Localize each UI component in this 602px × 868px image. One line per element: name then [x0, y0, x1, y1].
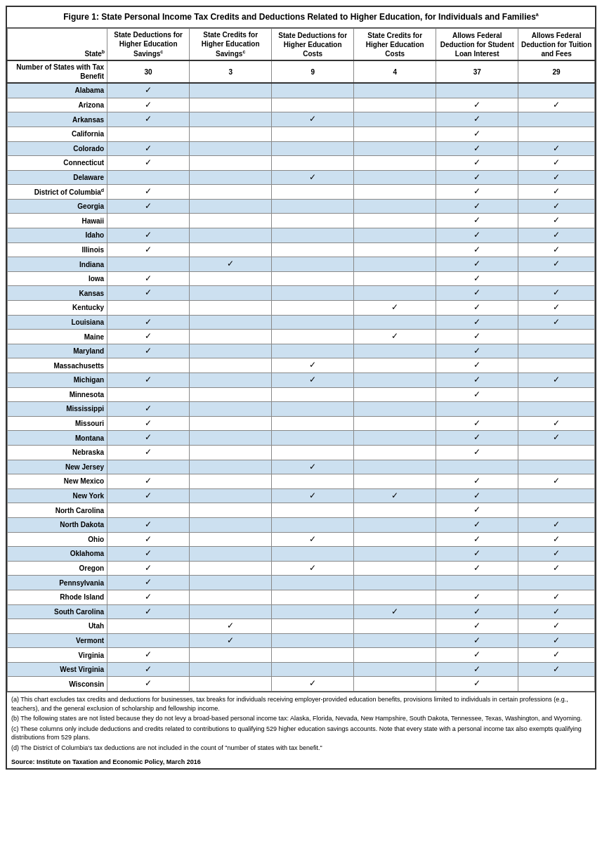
check-cell [272, 156, 354, 171]
check-cell [190, 156, 272, 171]
checkmark: ✓ [473, 375, 480, 384]
check-cell [436, 402, 518, 417]
check-cell [190, 185, 272, 200]
number-states-value: 3 [190, 60, 272, 83]
checkmark: ✓ [473, 287, 480, 297]
check-cell [354, 242, 436, 257]
check-cell: ✓ [518, 648, 595, 663]
checkmark: ✓ [473, 259, 480, 268]
check-cell [190, 460, 272, 474]
number-states-value: 37 [436, 60, 518, 83]
check-cell: ✓ [107, 576, 190, 590]
check-cell: ✓ [107, 604, 190, 619]
check-cell [436, 576, 518, 590]
check-cell: ✓ [436, 445, 518, 460]
state-name-cell: Iowa [8, 271, 107, 286]
table-row: Georgia✓✓✓ [8, 199, 595, 214]
table-row: Minnesota✓ [8, 387, 595, 402]
check-cell [272, 98, 354, 112]
check-cell [107, 170, 190, 185]
check-cell [354, 170, 436, 185]
check-cell: ✓ [107, 431, 190, 446]
check-cell [272, 286, 354, 301]
check-cell: ✓ [436, 358, 518, 373]
state-name-cell: Louisiana [8, 315, 107, 330]
main-table: Stateb State Deductions for Higher Educa… [7, 28, 595, 692]
check-cell [272, 301, 354, 316]
check-cell [272, 547, 354, 562]
checkmark: ✓ [473, 505, 480, 514]
check-cell [107, 301, 190, 316]
checkmark: ✓ [553, 215, 560, 225]
checkmark: ✓ [391, 607, 398, 616]
checkmark: ✓ [473, 215, 480, 225]
check-cell [354, 199, 436, 214]
checkmark: ✓ [553, 519, 560, 529]
check-cell: ✓ [272, 358, 354, 373]
checkmark: ✓ [473, 563, 480, 573]
table-row: Wisconsin✓✓✓ [8, 677, 595, 692]
state-name-cell: Wisconsin [8, 677, 107, 692]
table-row: Maryland✓✓ [8, 344, 595, 358]
checkmark: ✓ [553, 143, 560, 153]
checkmark: ✓ [473, 360, 480, 370]
checkmark: ✓ [309, 172, 316, 182]
state-name-cell: Missouri [8, 416, 107, 431]
checkmark: ✓ [145, 375, 152, 384]
table-row: New Mexico✓✓✓ [8, 474, 595, 489]
checkmark: ✓ [553, 259, 560, 268]
check-cell [272, 330, 354, 344]
check-cell [272, 127, 354, 141]
check-cell: ✓ [436, 416, 518, 431]
check-cell [272, 517, 354, 532]
check-cell [272, 228, 354, 243]
checkmark: ✓ [145, 607, 152, 616]
check-cell [107, 387, 190, 402]
state-name-cell: Montana [8, 431, 107, 446]
table-row: Oregon✓✓✓✓ [8, 561, 595, 576]
checkmark: ✓ [145, 143, 152, 153]
check-cell: ✓ [518, 301, 595, 316]
checkmark: ✓ [145, 346, 152, 356]
checkmark: ✓ [145, 592, 152, 602]
check-cell [190, 344, 272, 358]
table-row: Arkansas✓✓✓ [8, 112, 595, 127]
check-cell [518, 677, 595, 692]
check-cell: ✓ [107, 445, 190, 460]
check-cell [190, 112, 272, 127]
check-cell [354, 662, 436, 677]
check-cell [272, 344, 354, 358]
checkmark: ✓ [553, 317, 560, 327]
check-cell: ✓ [190, 257, 272, 272]
check-cell: ✓ [272, 532, 354, 547]
table-row: Idaho✓✓✓ [8, 228, 595, 243]
check-cell: ✓ [354, 301, 436, 316]
check-cell: ✓ [436, 170, 518, 185]
state-name-cell: Virginia [8, 648, 107, 663]
state-name-cell: Ohio [8, 532, 107, 547]
check-cell: ✓ [436, 648, 518, 663]
check-cell [518, 271, 595, 286]
state-name-cell: New Mexico [8, 474, 107, 489]
check-cell [354, 156, 436, 171]
check-cell [190, 214, 272, 228]
check-cell [272, 402, 354, 417]
check-cell [518, 576, 595, 590]
checkmark: ✓ [309, 491, 316, 500]
check-cell [272, 185, 354, 200]
check-cell: ✓ [107, 662, 190, 677]
header-col1: State Deductions for Higher Education Sa… [107, 28, 190, 60]
check-cell [354, 214, 436, 228]
check-cell [354, 141, 436, 156]
check-cell: ✓ [107, 373, 190, 388]
check-cell: ✓ [518, 257, 595, 272]
check-cell: ✓ [436, 185, 518, 200]
table-row: Vermont✓✓✓ [8, 633, 595, 648]
checkmark: ✓ [553, 635, 560, 645]
checkmark: ✓ [309, 375, 316, 384]
checkmark: ✓ [473, 519, 480, 529]
state-name-cell: California [8, 127, 107, 141]
check-cell [190, 648, 272, 663]
check-cell: ✓ [518, 315, 595, 330]
checkmark: ✓ [473, 201, 480, 211]
